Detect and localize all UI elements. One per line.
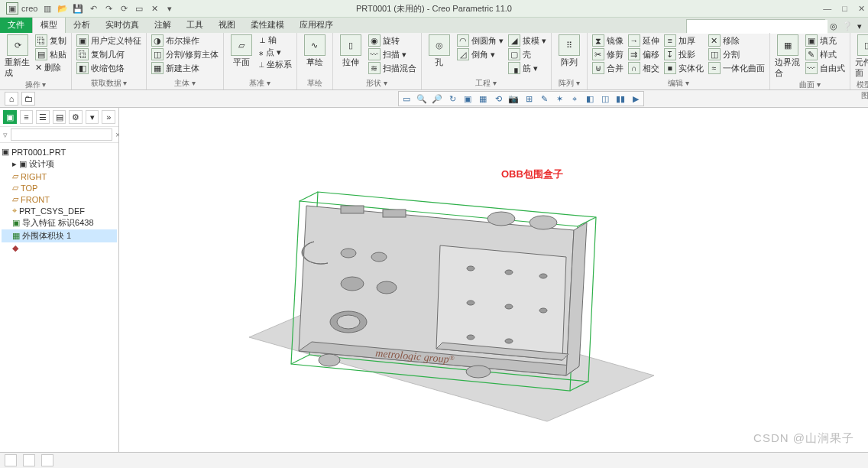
status-msg-icon[interactable] [5,454,17,466]
status-model-icon[interactable] [41,454,53,466]
refit-icon[interactable]: ▭ [400,93,413,105]
mirror-button[interactable]: ⧗镜像 [592,34,623,47]
csys-button[interactable]: ⟂ 坐标系 [259,59,292,70]
shrinkwrap-button[interactable]: ◧收缩包络 [76,62,141,74]
boolean-button[interactable]: ◑布尔操作 [151,34,219,47]
style-button[interactable]: ✎样式 [805,48,845,60]
tree-obb[interactable]: ▦外围体积块 1 [2,229,117,242]
sketch-button[interactable]: ∿草绘 [302,34,328,68]
extrude-button[interactable]: ▯拉伸 [338,34,364,68]
offset-button[interactable]: ⇉偏移 [628,48,659,60]
new-body-button[interactable]: ▦新建主体 [151,62,219,74]
tree-root[interactable]: ▣PRT0001.PRT [2,146,117,158]
zoom-in-icon[interactable]: 🔍 [415,93,429,105]
plane-button[interactable]: ▱平面 [228,34,254,68]
csys-display-icon[interactable]: ⌖ [568,93,581,105]
save-icon[interactable]: 💾 [73,3,83,14]
axis-button[interactable]: ⊥ 轴 [259,34,292,45]
sweep-button[interactable]: 〰扫描 ▾ [368,48,416,60]
command-search[interactable] [686,19,825,33]
open-icon[interactable]: 📂 [57,3,68,14]
tab-view[interactable]: 视图 [211,17,243,33]
display-style-icon[interactable]: ▣ [461,93,474,105]
zoom-out-icon[interactable]: 🔎 [430,93,444,105]
tab-annotate[interactable]: 注解 [147,17,179,33]
blend-button[interactable]: ≋扫描混合 [368,62,416,74]
maximize-button[interactable]: □ [842,4,847,14]
draft-button[interactable]: ◢拔模 ▾ [508,34,546,47]
close-button[interactable]: ✕ [858,4,865,14]
graphics-viewport[interactable]: OBB包围盒子 [119,108,868,453]
comp-interface-button[interactable]: ◫元件界面 [855,34,868,79]
qat-dropdown-icon[interactable]: ▾ [164,3,175,14]
saved-views-icon[interactable]: ▦ [476,93,490,105]
section-icon[interactable]: ◧ [583,93,597,105]
tab-tool[interactable]: 工具 [179,17,211,33]
annot-display-icon[interactable]: ✎ [537,93,551,105]
rotate-icon[interactable]: ⟲ [491,93,505,105]
tree-insert-marker[interactable]: ◆ [2,242,117,254]
tree-top[interactable]: ▱TOP [2,182,117,193]
paste-button[interactable]: ▤粘贴 [35,48,66,60]
tab-flex[interactable]: 柔性建模 [243,17,292,33]
status-body-icon[interactable] [23,454,35,466]
tree-design[interactable]: ▸▣设计项 [2,158,117,171]
tree-show-icon[interactable]: ▣ [3,110,17,124]
integrate-srf-button[interactable]: ≈一体化曲面 [708,62,765,74]
regen-button[interactable]: ⟳重新生成 [5,34,31,79]
rib-button[interactable]: ▗筋 ▾ [508,62,546,74]
shell-button[interactable]: ▢壳 [508,48,546,60]
thicken-button[interactable]: ≡加厚 [664,34,704,47]
extend-button[interactable]: →延伸 [628,34,659,47]
round-button[interactable]: ◠倒圆角 ▾ [457,34,504,47]
command-search-input[interactable] [687,20,828,34]
tab-app[interactable]: 应用程序 [292,17,341,33]
copy-button[interactable]: ⿻复制 [35,34,66,47]
datum-display-icon[interactable]: ⊞ [522,93,536,105]
tree-import[interactable]: ▣导入特征 标识6438 [2,216,117,229]
udf-button[interactable]: ▣用户定义特征 [76,34,141,47]
point-button[interactable]: ⁎ 点 ▾ [259,47,292,57]
new-icon[interactable]: ▥ [42,3,53,14]
split-srf-button[interactable]: ◫分割 [708,48,765,60]
spin-center-icon[interactable]: ✶ [552,93,566,105]
minimize-button[interactable]: — [823,4,831,14]
tree-tab-folder-icon[interactable]: 🗀 [21,92,35,106]
solidify-button[interactable]: ■实体化 [664,62,704,74]
chamfer-button[interactable]: ◿倒角 ▾ [457,48,504,60]
tree-front[interactable]: ▱FRONT [2,193,117,205]
split-body-button[interactable]: ◫分割/修剪主体 [151,48,219,60]
perspective-icon[interactable]: ◫ [598,93,612,105]
pattern-button[interactable]: ⠿阵列 [556,34,582,68]
undo-icon[interactable]: ↶ [88,3,99,14]
repaint-icon[interactable]: ↻ [445,93,459,105]
tree-settings-icon[interactable]: ⚙ [69,110,83,124]
tab-file[interactable]: 文件 [0,17,32,33]
project-button[interactable]: ↧投影 [664,48,704,60]
revolve-button[interactable]: ◉旋转 [368,34,416,47]
play-icon[interactable]: ▶ [629,93,643,105]
tree-options-icon[interactable]: ▾ [86,110,99,124]
freestyle-button[interactable]: 〰自由式 [805,62,845,74]
regen-icon[interactable]: ⟳ [118,3,129,14]
boundary-blend-button[interactable]: ▦边界混合 [775,34,801,79]
trim-button[interactable]: ✂修剪 [592,48,623,60]
tree-search-input[interactable] [11,128,112,141]
tab-model[interactable]: 模型 [32,16,66,33]
tab-realtime[interactable]: 实时仿真 [98,17,147,33]
named-view-icon[interactable]: 📷 [507,93,520,105]
tree-csys[interactable]: ⌖PRT_CSYS_DEF [2,205,117,216]
tree-right[interactable]: ▱RIGHT [2,171,117,182]
tree-layers-icon[interactable]: ≡ [20,110,34,124]
tree-expand-icon[interactable]: » [102,110,115,124]
delete-button[interactable]: ✕ 删除 [35,62,66,73]
window-icon[interactable]: ▭ [134,3,144,14]
tab-analysis[interactable]: 分析 [66,17,98,33]
remove-srf-button[interactable]: ✕移除 [708,34,765,47]
merge-button[interactable]: ⊎合并 [592,62,623,74]
pause-icon[interactable]: ▮▮ [614,93,627,105]
ribbon-opts-icon[interactable]: ▾ [857,21,862,31]
hole-button[interactable]: ◎孔 [426,34,452,68]
help-icon[interactable]: ❔ [842,21,853,31]
redo-icon[interactable]: ↷ [103,3,114,14]
